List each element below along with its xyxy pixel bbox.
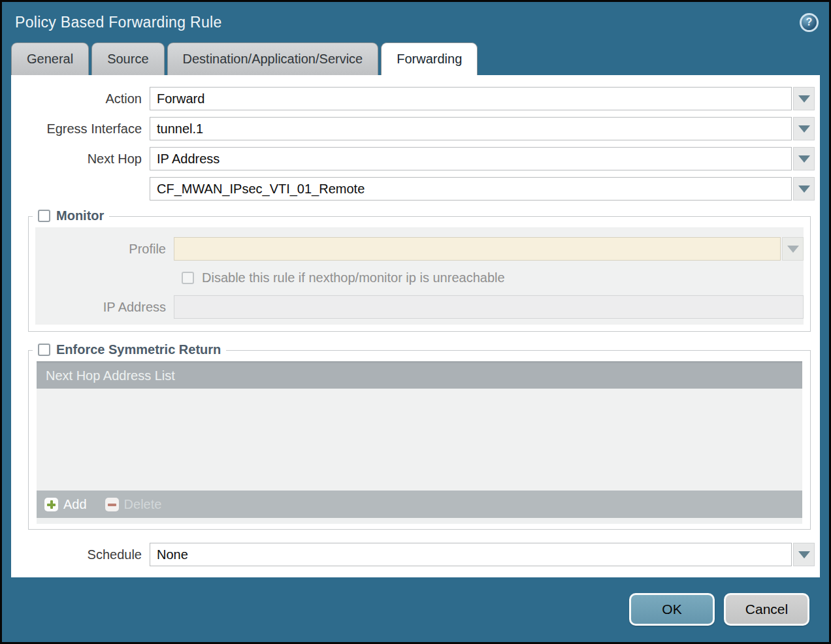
chevron-down-icon: [798, 155, 810, 163]
schedule-dropdown-button[interactable]: [793, 543, 815, 566]
enforce-symmetric-return-label: Enforce Symmetric Return: [56, 342, 221, 357]
delete-icon: [105, 498, 119, 511]
profile-dropdown-button: [782, 237, 804, 261]
monitor-ip-address-input: [174, 295, 804, 319]
next-hop-type-dropdown[interactable]: IP Address: [150, 147, 792, 170]
question-mark-icon: ?: [806, 16, 813, 28]
monitor-fieldset: Monitor Profile Disable this rule if nex…: [28, 216, 811, 332]
ok-button[interactable]: OK: [629, 593, 715, 626]
page-title: Policy Based Forwarding Rule: [15, 14, 222, 31]
table-bottom-strip: [37, 518, 802, 524]
next-hop-address-list-table: Next Hop Address List Add Delete: [37, 361, 802, 518]
egress-interface-dropdown[interactable]: tunnel.1: [150, 117, 792, 140]
action-label: Action: [11, 91, 150, 106]
dialog-footer: OK Cancel: [2, 577, 829, 642]
enforce-symmetric-return-fieldset: Enforce Symmetric Return Next Hop Addres…: [28, 350, 811, 530]
egress-interface-label: Egress Interface: [11, 121, 150, 137]
monitor-checkbox[interactable]: [38, 210, 50, 222]
next-hop-type-dropdown-button[interactable]: [793, 147, 815, 170]
profile-label: Profile: [35, 242, 174, 257]
schedule-row: Schedule None: [11, 543, 815, 566]
cancel-button[interactable]: Cancel: [724, 593, 809, 626]
next-hop-address-row: CF_MWAN_IPsec_VTI_01_Remote: [11, 177, 815, 201]
monitor-legend-label: Monitor: [56, 208, 104, 223]
tab-source[interactable]: Source: [91, 42, 164, 75]
next-hop-address-dropdown[interactable]: CF_MWAN_IPsec_VTI_01_Remote: [150, 177, 792, 201]
delete-button: Delete: [105, 497, 162, 512]
chevron-down-icon: [798, 125, 810, 133]
schedule-label: Schedule: [11, 547, 150, 562]
monitor-panel: Profile Disable this rule if nexthop/mon…: [35, 227, 804, 325]
tab-forwarding[interactable]: Forwarding: [381, 42, 478, 75]
enforce-symmetric-return-checkbox[interactable]: [38, 344, 50, 356]
chevron-down-icon: [798, 95, 810, 103]
egress-interface-row: Egress Interface tunnel.1: [11, 117, 815, 140]
next-hop-address-list-body: [37, 389, 802, 491]
add-button[interactable]: Add: [44, 497, 87, 512]
disable-rule-row: Disable this rule if nexthop/monitor ip …: [182, 270, 804, 285]
profile-dropdown: [174, 237, 781, 261]
profile-row: Profile: [35, 237, 804, 261]
tab-strip: General Source Destination/Application/S…: [2, 42, 829, 75]
policy-based-forwarding-dialog: Policy Based Forwarding Rule ? General S…: [2, 2, 829, 642]
add-button-label: Add: [63, 497, 87, 512]
forwarding-tab-panel: Action Forward Egress Interface tunnel.1…: [11, 75, 820, 577]
chevron-down-icon: [787, 246, 799, 253]
action-row: Action Forward: [11, 87, 815, 110]
chevron-down-icon: [798, 185, 810, 193]
disable-rule-label: Disable this rule if nexthop/monitor ip …: [202, 270, 505, 285]
egress-interface-dropdown-button[interactable]: [793, 117, 815, 140]
chevron-down-icon: [798, 551, 810, 558]
action-dropdown[interactable]: Forward: [150, 87, 792, 110]
next-hop-address-dropdown-button[interactable]: [793, 177, 815, 201]
monitor-legend: Monitor: [33, 208, 109, 223]
enforce-symmetric-return-legend: Enforce Symmetric Return: [33, 342, 226, 357]
action-dropdown-button[interactable]: [793, 87, 815, 110]
add-icon: [44, 498, 58, 511]
next-hop-row: Next Hop IP Address: [11, 147, 815, 170]
schedule-dropdown[interactable]: None: [150, 543, 792, 566]
help-button[interactable]: ?: [800, 13, 819, 32]
delete-button-label: Delete: [124, 497, 162, 512]
monitor-ip-address-label: IP Address: [35, 300, 174, 315]
disable-rule-checkbox: [182, 272, 194, 284]
next-hop-address-list-header: Next Hop Address List: [37, 361, 802, 389]
title-bar: Policy Based Forwarding Rule ?: [2, 2, 829, 42]
next-hop-address-list-toolbar: Add Delete: [37, 491, 802, 518]
tab-destination-application-service[interactable]: Destination/Application/Service: [167, 42, 379, 75]
tab-general[interactable]: General: [11, 42, 89, 75]
next-hop-label: Next Hop: [11, 152, 150, 167]
monitor-ip-address-row: IP Address: [35, 295, 804, 319]
